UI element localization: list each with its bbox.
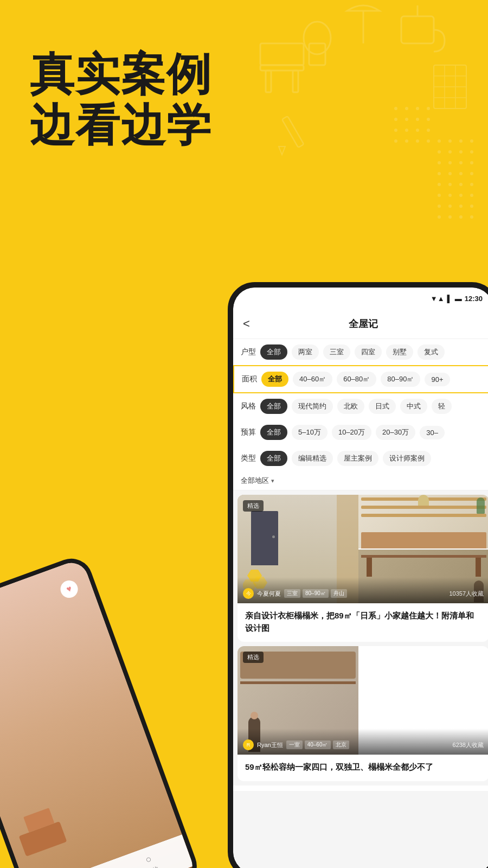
card-2-tag-rooms: 一室 [286, 741, 303, 749]
area-label: 面积 [242, 374, 257, 384]
svg-point-41 [459, 161, 463, 164]
card-2-tags: 一室 40–60㎡ 北京 [286, 741, 349, 749]
card-1-meta: 今 今夏何夏 三室 80–90㎡ 舟山 10357人收藏 [237, 577, 488, 603]
svg-point-50 [470, 183, 473, 186]
svg-point-43 [438, 172, 441, 175]
area-chip-90plus[interactable]: 90+ [425, 373, 450, 386]
svg-point-56 [448, 205, 452, 208]
card-2-meta-left: R Ryan王恒 一室 40–60㎡ 北京 [243, 739, 349, 750]
budget-label: 预算 [241, 427, 256, 437]
filter-row-style: 风格 全部 现代简约 北欧 日式 中式 轻 [233, 393, 488, 419]
area-chip-80-90[interactable]: 80–90㎡ [381, 372, 420, 387]
svg-point-26 [427, 129, 430, 132]
svg-point-35 [438, 150, 441, 154]
svg-point-24 [405, 129, 408, 132]
budget-chip-30plus[interactable]: 30– [420, 426, 445, 439]
filter-row-type: 户型 全部 两室 三室 四室 别墅 复式 [233, 339, 488, 365]
card-1-image: 精选 [237, 495, 488, 603]
budget-chip-all[interactable]: 全部 [260, 425, 287, 440]
card-1[interactable]: 精选 [237, 495, 488, 642]
card-2-tag-city: 北京 [333, 741, 349, 749]
card-2-tag-area: 40–60㎡ [305, 741, 331, 749]
card-1-author: 今夏何夏 [257, 590, 281, 598]
svg-point-44 [448, 172, 452, 175]
style-chip-japanese[interactable]: 日式 [369, 399, 396, 414]
svg-point-37 [459, 150, 463, 154]
svg-rect-5 [293, 71, 298, 92]
back-button[interactable]: < [243, 317, 250, 331]
app-header: < 全屋记 [233, 309, 488, 339]
card-1-avatar: 今 [243, 588, 254, 599]
region-filter-row[interactable]: 全部地区 ▾ [233, 471, 488, 490]
wifi-icon: ▼▲ [431, 295, 445, 303]
status-bar: ▼▲ ▌ ▬ 12:30 [233, 288, 488, 309]
budget-chip-10-20[interactable]: 10–20万 [332, 425, 371, 440]
battery-icon: ▬ [455, 295, 462, 303]
status-icons: ▼▲ ▌ ▬ 12:30 [431, 295, 483, 303]
svg-point-32 [448, 139, 452, 143]
category-chip-all[interactable]: 全部 [260, 451, 287, 466]
svg-point-51 [438, 194, 441, 197]
svg-point-34 [470, 139, 473, 143]
category-chip-owner[interactable]: 屋主案例 [337, 451, 378, 466]
card-2-author: Ryan王恒 [257, 741, 283, 749]
svg-point-36 [448, 150, 452, 154]
svg-point-39 [438, 161, 441, 164]
small-nav-profile[interactable]: ○ 我的 [140, 851, 160, 868]
filters-container: 户型 全部 两室 三室 四室 别墅 复式 面积 全部 40–60㎡ 60–80㎡… [233, 339, 488, 490]
svg-point-2 [304, 22, 331, 54]
style-chip-modern[interactable]: 现代简约 [292, 399, 333, 414]
card-2-title: 59㎡轻松容纳一家四口，双独卫、榻榻米全都少不了 [237, 755, 488, 781]
style-label: 风格 [241, 401, 256, 411]
type-chip-villa[interactable]: 别墅 [386, 344, 413, 360]
category-chip-editor[interactable]: 编辑精选 [292, 451, 333, 466]
svg-point-21 [416, 118, 419, 121]
card-2-image: 精选 [237, 646, 488, 755]
svg-point-31 [438, 139, 441, 143]
card-2-badge: 精选 [243, 652, 264, 663]
svg-point-40 [448, 161, 452, 164]
signal-icon: ▌ [447, 295, 452, 303]
phone-screen: ▼▲ ▌ ▬ 12:30 < 全屋记 户型 全部 两室 三室 四室 别墅 复式 [233, 288, 488, 868]
svg-point-45 [459, 172, 463, 175]
svg-point-61 [459, 215, 463, 219]
card-2-meta: R Ryan王恒 一室 40–60㎡ 北京 6238人收藏 [237, 729, 488, 755]
card-2-avatar: R [243, 739, 254, 750]
type-chip-all[interactable]: 全部 [260, 344, 287, 360]
card-1-tag-rooms: 三室 [284, 589, 300, 598]
filter-row-budget: 预算 全部 5–10万 10–20万 20–30万 30– [233, 419, 488, 445]
type-chip-4[interactable]: 四室 [355, 344, 382, 360]
style-chip-nordic[interactable]: 北欧 [337, 399, 364, 414]
style-chip-chinese[interactable]: 中式 [400, 399, 427, 414]
area-chip-40-60[interactable]: 40–60㎡ [293, 372, 332, 387]
area-chip-all[interactable]: 全部 [261, 372, 288, 387]
svg-point-30 [427, 139, 430, 143]
hero-section: 真实案例 边看边学 [30, 49, 212, 151]
card-1-tag-area: 80–90㎡ [303, 589, 329, 598]
svg-point-54 [470, 194, 473, 197]
svg-point-53 [459, 194, 463, 197]
svg-point-20 [405, 118, 408, 121]
type-chip-2[interactable]: 两室 [292, 344, 319, 360]
budget-chip-5-10[interactable]: 5–10万 [292, 425, 328, 440]
svg-rect-14 [282, 116, 304, 148]
card-1-meta-left: 今 今夏何夏 三室 80–90㎡ 舟山 [243, 588, 347, 599]
svg-point-22 [427, 118, 430, 121]
type-chip-3[interactable]: 三室 [323, 344, 350, 360]
card-2[interactable]: 精选 [237, 646, 488, 781]
style-chip-all[interactable]: 全部 [260, 399, 287, 414]
phone-main: ▼▲ ▌ ▬ 12:30 < 全屋记 户型 全部 两室 三室 四室 别墅 复式 [228, 282, 488, 868]
page-title: 全屋记 [349, 317, 378, 330]
style-chip-light[interactable]: 轻 [432, 399, 452, 414]
type-chip-duplex[interactable]: 复式 [418, 344, 445, 360]
budget-chip-20-30[interactable]: 20–30万 [376, 425, 415, 440]
svg-point-25 [416, 129, 419, 132]
area-chip-60-80[interactable]: 60–80㎡ [337, 372, 376, 387]
svg-rect-0 [401, 16, 434, 43]
category-chip-designer[interactable]: 设计师案例 [383, 451, 431, 466]
svg-rect-6 [260, 43, 304, 65]
filter-row-area: 面积 全部 40–60㎡ 60–80㎡ 80–90㎡ 90+ [233, 365, 488, 393]
card-1-tag-city: 舟山 [331, 589, 347, 598]
svg-point-57 [459, 205, 463, 208]
background-decoration [228, 0, 488, 228]
